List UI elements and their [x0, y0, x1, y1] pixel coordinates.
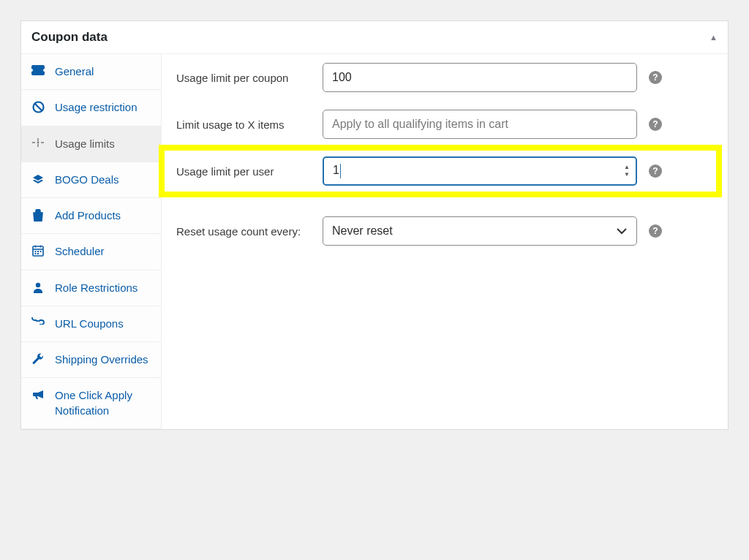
help-icon[interactable]: ? [649, 164, 662, 178]
sidebar-item-label: BOGO Deals [55, 173, 152, 187]
sidebar-item-label: Add Products [55, 208, 152, 223]
label-usage-limit-per-coupon: Usage limit per coupon [176, 72, 323, 84]
sidebar-item-general[interactable]: General [21, 54, 161, 90]
sidebar-item-url-coupons[interactable]: URL Coupons [21, 306, 161, 342]
svg-point-12 [36, 282, 40, 287]
svg-rect-11 [37, 253, 39, 254]
svg-rect-8 [37, 251, 39, 252]
sidebar-item-add-products[interactable]: Add Products [21, 198, 161, 234]
row-reset-usage: Reset usage count every: Never reset ? [162, 208, 728, 254]
sidebar-item-label: Role Restrictions [55, 281, 152, 295]
sidebar-item-usage-limits[interactable]: Usage limits [21, 126, 161, 162]
sidebar-item-role-restrictions[interactable]: Role Restrictions [21, 270, 161, 306]
panel-body: General Usage restriction Usage limits [21, 54, 728, 429]
input-limit-usage-items[interactable]: Apply to all qualifying items in cart [323, 110, 637, 139]
coupon-data-panel: Coupon data ▲ General Usage restriction [20, 20, 729, 430]
svg-rect-7 [35, 251, 37, 252]
input-usage-limit-per-user[interactable]: 1 ▲ ▼ [323, 156, 637, 186]
sidebar-item-scheduler[interactable]: Scheduler [21, 234, 161, 270]
calendar-icon [31, 244, 45, 257]
row-usage-limit-per-coupon: Usage limit per coupon 100 ? [162, 54, 728, 101]
row-usage-limit-per-user: Usage limit per user 1 ▲ ▼ ? [162, 148, 719, 194]
user-icon [31, 281, 45, 293]
sidebar: General Usage restriction Usage limits [21, 54, 162, 429]
select-reset-usage[interactable]: Never reset [323, 216, 637, 246]
limits-icon [31, 137, 45, 148]
sidebar-item-bogo-deals[interactable]: BOGO Deals [21, 162, 161, 198]
ticket-icon [31, 64, 45, 75]
sidebar-item-label: One Click Apply Notification [55, 388, 152, 418]
help-icon[interactable]: ? [649, 118, 662, 131]
input-usage-limit-per-coupon[interactable]: 100 [323, 63, 637, 92]
panel-header[interactable]: Coupon data ▲ [21, 21, 728, 54]
input-placeholder: Apply to all qualifying items in cart [332, 118, 508, 131]
panel-title: Coupon data [31, 30, 108, 45]
svg-point-2 [37, 141, 39, 143]
row-limit-usage-items: Limit usage to X items Apply to all qual… [162, 101, 728, 148]
wrench-icon [31, 352, 45, 365]
sidebar-item-label: URL Coupons [55, 317, 152, 331]
collapse-icon[interactable]: ▲ [710, 33, 718, 42]
ban-icon [31, 100, 45, 113]
number-spinner: ▲ ▼ [624, 164, 630, 178]
help-icon[interactable]: ? [649, 71, 662, 84]
label-reset-usage: Reset usage count every: [176, 225, 323, 238]
chevron-down-icon [616, 227, 628, 235]
sidebar-item-usage-restriction[interactable]: Usage restriction [21, 90, 161, 126]
sidebar-item-label: Scheduler [55, 244, 152, 259]
sidebar-item-label: Shipping Overrides [55, 352, 152, 367]
input-value: 100 [332, 71, 352, 84]
label-usage-limit-per-user: Usage limit per user [176, 165, 323, 178]
sidebar-item-label: Usage limits [55, 137, 152, 151]
sidebar-item-one-click-apply[interactable]: One Click Apply Notification [21, 378, 161, 429]
sidebar-item-label: Usage restriction [55, 100, 152, 115]
label-limit-usage-items: Limit usage to X items [176, 118, 323, 131]
svg-rect-9 [40, 251, 42, 252]
content-area: Usage limit per coupon 100 ? Limit usage… [162, 54, 728, 429]
text-cursor [340, 164, 341, 178]
help-icon[interactable]: ? [649, 224, 662, 238]
svg-rect-10 [35, 253, 37, 254]
input-value: 1 [333, 164, 339, 176]
svg-line-1 [34, 104, 42, 111]
sidebar-item-shipping-overrides[interactable]: Shipping Overrides [21, 342, 161, 378]
link-icon [31, 317, 45, 325]
sidebar-item-label: General [55, 64, 152, 79]
bag-icon [31, 208, 45, 222]
spinner-up-icon[interactable]: ▲ [624, 164, 630, 170]
select-value: Never reset [332, 224, 393, 238]
spinner-down-icon[interactable]: ▼ [624, 172, 630, 178]
stack-icon [31, 173, 45, 185]
megaphone-icon [31, 388, 45, 400]
